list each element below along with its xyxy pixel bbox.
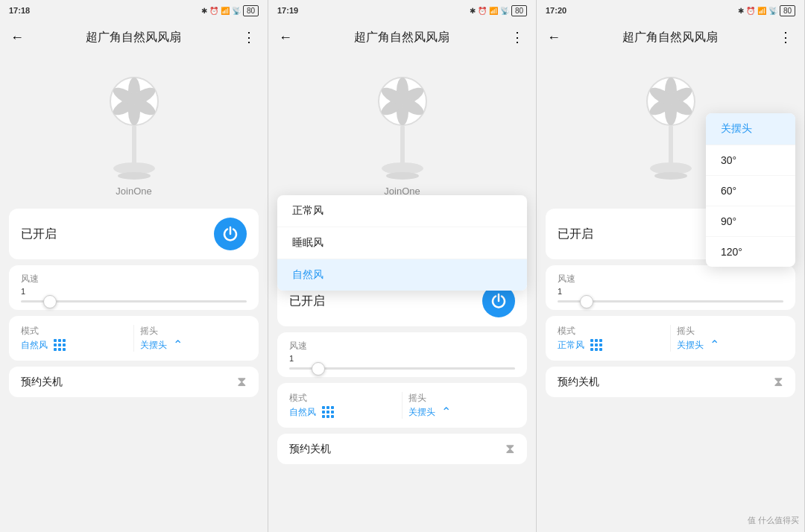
- status-time-3: 17:20: [546, 6, 566, 15]
- schedule-label-2: 预约关机: [289, 443, 331, 456]
- svg-rect-19: [400, 125, 405, 166]
- status-time-2: 17:19: [277, 6, 298, 15]
- schedule-row-2: 预约关机 ⧗: [289, 441, 515, 457]
- svg-rect-30: [669, 125, 673, 166]
- mode-cell-1: 模式 自然风: [21, 325, 127, 352]
- speed-card-1: 风速 1: [9, 265, 259, 310]
- mode-divider-2: [402, 392, 402, 419]
- mode-cell-2: 模式 自然风: [289, 392, 396, 419]
- back-button-1[interactable]: ←: [10, 30, 24, 45]
- wifi-icon-1: 📡: [232, 7, 241, 15]
- mode-grid-icon-2[interactable]: [322, 406, 334, 418]
- speed-slider-1[interactable]: [21, 300, 247, 303]
- signal-icon-1: 📶: [221, 7, 230, 15]
- osc-value-1[interactable]: 关摆头: [140, 339, 167, 352]
- fan-area-2: JoinOne: [268, 54, 536, 203]
- mode-grid-icon-1[interactable]: [54, 339, 66, 351]
- page-title-1: 超广角自然风风扇: [86, 30, 181, 45]
- osc-cell-inner-2: 关摆头 ⌃: [408, 405, 515, 419]
- power-button-1[interactable]: [214, 218, 247, 250]
- fan-image-2: [358, 63, 447, 183]
- mode-option-natural-2[interactable]: 自然风: [277, 259, 527, 291]
- osc-dropdown-3[interactable]: 关摆头 30° 60° 90° 120°: [706, 113, 795, 267]
- top-bar-1: ← 超广角自然风风扇 ⋮: [0, 21, 268, 54]
- back-button-3[interactable]: ←: [547, 30, 561, 45]
- power-icon-1: [222, 226, 239, 242]
- signal-icon-3: 📶: [757, 7, 766, 15]
- mode-option-sleep-2[interactable]: 睡眠风: [277, 227, 527, 259]
- hourglass-icon-2[interactable]: ⧗: [505, 441, 515, 457]
- osc-label-1: 摇头: [140, 325, 158, 338]
- mode-cell-inner-3: 正常风: [558, 338, 664, 352]
- mode-cell-inner-1: 自然风: [21, 338, 127, 352]
- schedule-row-1: 预约关机 ⧗: [21, 374, 247, 390]
- more-button-3[interactable]: ⋮: [779, 29, 794, 45]
- osc-icon-1[interactable]: ⌃: [173, 338, 183, 352]
- osc-cell-2: 摇头 关摆头 ⌃: [408, 392, 515, 419]
- more-button-2[interactable]: ⋮: [511, 29, 525, 45]
- mode-value-1[interactable]: 自然风: [21, 339, 48, 352]
- osc-option-30-3[interactable]: 30°: [706, 145, 795, 176]
- speed-slider-2[interactable]: [289, 367, 515, 370]
- speed-slider-3[interactable]: [558, 300, 783, 303]
- speed-thumb-2[interactable]: [312, 362, 325, 376]
- osc-value-2[interactable]: 关摆头: [408, 406, 435, 419]
- mode-row-2: 模式 自然风 摇头 关摆头 ⌃: [289, 392, 515, 419]
- osc-cell-inner-3: 关摆头 ⌃: [677, 338, 783, 352]
- mode-card-1: 模式 自然风 摇头 关摆头 ⌃: [9, 316, 259, 361]
- svg-point-32: [654, 172, 687, 180]
- speed-label-3: 风速: [558, 273, 783, 285]
- power-status-2: 已开启: [289, 294, 325, 309]
- mode-value-3[interactable]: 正常风: [558, 339, 584, 352]
- battery-label-3: 80: [780, 5, 795, 16]
- bt-icon-3: ✱: [738, 7, 744, 15]
- hourglass-icon-3[interactable]: ⧗: [774, 374, 783, 390]
- schedule-card-1: 预约关机 ⧗: [9, 367, 259, 397]
- osc-option-120-3[interactable]: 120°: [706, 237, 795, 267]
- fan-image-1: [89, 63, 179, 183]
- power-icon-2: [490, 293, 507, 309]
- speed-thumb-1[interactable]: [43, 295, 57, 308]
- panel-3: 17:20 ✱ ⏰ 📶 📡 80 ← 超广角自然风风扇 ⋮: [537, 0, 805, 532]
- fan-area-1: JoinOne: [0, 54, 268, 203]
- osc-icon-2[interactable]: ⌃: [441, 405, 451, 419]
- watermark: 值 什么值得买: [748, 515, 799, 526]
- speed-label-1: 风速: [21, 273, 247, 285]
- bt-icon-2: ✱: [470, 7, 476, 15]
- back-button-2[interactable]: ←: [279, 30, 292, 45]
- speed-value-1: 1: [21, 287, 247, 296]
- more-button-1[interactable]: ⋮: [242, 29, 257, 45]
- osc-option-60-3[interactable]: 60°: [706, 176, 795, 206]
- controls-2: 正常风 睡眠风 自然风 已开启 风速 1: [268, 203, 536, 532]
- speed-slider-row-1: [21, 300, 247, 303]
- osc-icon-3[interactable]: ⌃: [710, 338, 719, 352]
- mode-value-2[interactable]: 自然风: [289, 406, 316, 419]
- speed-slider-row-2: [289, 367, 515, 370]
- mode-option-normal-2[interactable]: 正常风: [277, 195, 527, 227]
- speed-value-2: 1: [289, 354, 515, 363]
- osc-cell-inner-1: 关摆头 ⌃: [140, 338, 247, 352]
- power-row-1: 已开启: [21, 218, 247, 250]
- top-bar-3: ← 超广角自然风风扇 ⋮: [537, 21, 804, 54]
- fan-image-3: [626, 63, 716, 183]
- status-icons-2: ✱ ⏰ 📶 📡 80: [470, 5, 527, 16]
- speed-slider-row-3: [558, 300, 783, 303]
- schedule-label-1: 预约关机: [21, 376, 63, 389]
- page-title-2: 超广角自然风风扇: [354, 30, 449, 45]
- page-title-3: 超广角自然风风扇: [622, 30, 718, 45]
- signal-icon-2: 📶: [489, 7, 498, 15]
- hourglass-icon-1[interactable]: ⧗: [237, 374, 247, 390]
- osc-option-90-3[interactable]: 90°: [706, 206, 795, 237]
- mode-card-3: 模式 正常风 摇头 关摆头 ⌃: [546, 316, 795, 361]
- speed-value-3: 1: [558, 287, 783, 296]
- osc-value-3[interactable]: 关摆头: [677, 339, 704, 352]
- speed-thumb-3[interactable]: [580, 295, 593, 308]
- panel-2: 17:19 ✱ ⏰ 📶 📡 80 ← 超广角自然风风扇 ⋮: [268, 0, 537, 532]
- mode-dropdown-2[interactable]: 正常风 睡眠风 自然风: [277, 195, 527, 291]
- status-bar-2: 17:19 ✱ ⏰ 📶 📡 80: [268, 0, 536, 21]
- mode-grid-icon-3[interactable]: [590, 339, 602, 351]
- controls-1: 已开启 风速 1 模式: [0, 203, 268, 532]
- osc-option-off-3[interactable]: 关摆头: [706, 113, 795, 145]
- mode-label-3: 模式: [558, 325, 575, 338]
- mode-cell-inner-2: 自然风: [289, 405, 396, 419]
